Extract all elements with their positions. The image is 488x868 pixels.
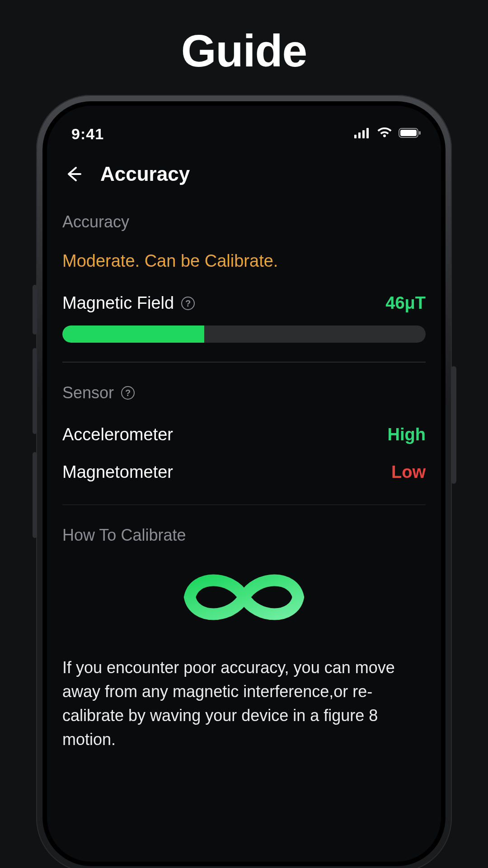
help-icon[interactable]: ? (181, 297, 195, 310)
back-button[interactable] (62, 163, 84, 185)
sensor-section-label: Sensor ? (62, 383, 426, 402)
phone-volume-up (33, 348, 37, 434)
wifi-icon (377, 127, 392, 140)
magnetic-field-progress (62, 326, 426, 343)
phone-power-button (451, 366, 456, 484)
svg-rect-2 (362, 130, 365, 138)
cellular-icon (354, 127, 371, 140)
accuracy-status-text: Moderate. Can be Calibrate. (62, 251, 426, 271)
phone-side-button (33, 285, 37, 335)
magnetic-field-label: Magnetic Field ? (62, 293, 195, 313)
svg-rect-6 (419, 131, 421, 135)
phone-bezel: 9:41 Accuracy (42, 101, 446, 866)
sensor-value: High (388, 425, 426, 444)
page-title: Guide (0, 25, 488, 77)
magnetic-field-row: Magnetic Field ? 46μT (62, 293, 426, 313)
sensor-name: Magnetometer (62, 462, 173, 482)
sensor-section-label-text: Sensor (62, 383, 114, 402)
accuracy-section-label: Accuracy (62, 212, 426, 231)
status-bar: 9:41 (47, 106, 441, 146)
help-icon[interactable]: ? (121, 386, 135, 400)
phone-frame: 9:41 Accuracy (36, 95, 452, 868)
how-to-section: How To Calibrate If you e (62, 526, 426, 752)
svg-rect-1 (358, 132, 361, 138)
phone-volume-down (33, 452, 37, 538)
howto-section-label: How To Calibrate (62, 526, 426, 545)
sensor-row-accelerometer: Accelerometer High (62, 425, 426, 444)
magnetic-field-label-text: Magnetic Field (62, 293, 174, 313)
arrow-left-icon (63, 164, 83, 184)
sensor-value: Low (391, 462, 426, 482)
divider (62, 362, 426, 363)
svg-rect-0 (354, 135, 357, 138)
svg-rect-3 (366, 128, 369, 138)
status-time: 9:41 (71, 125, 104, 143)
infinity-icon (62, 566, 426, 629)
sensor-name: Accelerometer (62, 425, 173, 444)
svg-rect-5 (400, 130, 417, 136)
screen-title: Accuracy (100, 163, 190, 185)
magnetic-field-progress-fill (62, 326, 204, 343)
magnetic-field-value: 46μT (385, 293, 426, 313)
phone-screen: 9:41 Accuracy (47, 106, 441, 862)
divider (62, 505, 426, 505)
status-icons (354, 127, 421, 140)
sensor-row-magnetometer: Magnetometer Low (62, 462, 426, 482)
battery-icon (399, 127, 421, 140)
app-header: Accuracy (47, 146, 441, 194)
content: Accuracy Moderate. Can be Calibrate. Mag… (47, 194, 441, 752)
calibrate-instructions: If you encounter poor accuracy, you can … (62, 656, 426, 752)
